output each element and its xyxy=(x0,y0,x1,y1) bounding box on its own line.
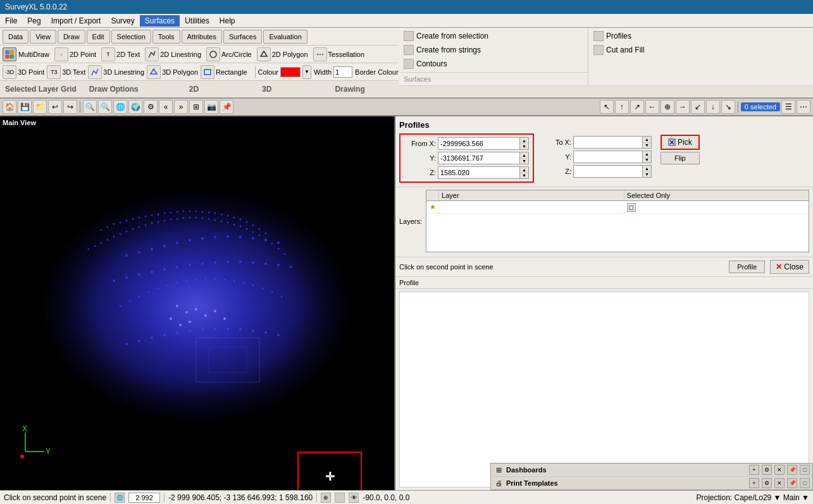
toolbar-draw[interactable]: Draw xyxy=(58,30,85,44)
nav-icon-2[interactable]: ↑ xyxy=(615,100,629,114)
globe-icon[interactable]: 🌐 xyxy=(113,100,127,114)
create-from-selection-item[interactable]: Create from selection xyxy=(399,29,588,43)
from-x-spin-up[interactable]: ▲ xyxy=(520,138,528,144)
eye-icon[interactable]: 👁 xyxy=(349,493,359,503)
profiles-item[interactable]: Profiles xyxy=(588,29,677,43)
nav-icon-3[interactable]: ↗ xyxy=(630,100,644,114)
to-y-input[interactable] xyxy=(573,151,643,163)
from-x-spin-down[interactable]: ▼ xyxy=(520,144,528,150)
toolbar-selection[interactable]: Selection xyxy=(111,30,151,44)
toolbar-evaluation[interactable]: Evaluation xyxy=(263,30,307,44)
from-y-spin-up[interactable]: ▲ xyxy=(520,152,528,159)
tool-3d-point-btn[interactable]: ·3D xyxy=(3,65,16,79)
next-icon[interactable]: » xyxy=(174,100,188,114)
open-icon[interactable]: 📁 xyxy=(33,100,47,114)
home-icon[interactable]: 🏠 xyxy=(3,100,16,114)
nav-icon-7[interactable]: ↙ xyxy=(691,100,705,114)
target-icon[interactable]: ⊕ xyxy=(321,493,331,503)
tool-3d-text-btn[interactable]: T3 xyxy=(47,65,61,79)
grid-icon[interactable]: ⊞ xyxy=(189,100,203,114)
colour-dropdown-btn[interactable]: ▼ xyxy=(302,65,311,79)
tool-2d-linestring-btn[interactable] xyxy=(145,47,159,61)
dashboards-gear-btn[interactable]: ⚙ xyxy=(762,465,772,475)
menu-peg[interactable]: Peg xyxy=(22,15,46,27)
dashboards-add-btn[interactable]: + xyxy=(749,465,759,475)
flip-button[interactable]: Flip xyxy=(661,152,700,164)
save-icon[interactable]: 💾 xyxy=(18,100,32,114)
dashboards-expand-btn[interactable]: □ xyxy=(800,465,810,475)
from-z-spin-down[interactable]: ▼ xyxy=(520,173,528,179)
tool-2d-polygon-btn[interactable] xyxy=(257,47,271,61)
to-z-spin-up[interactable]: ▲ xyxy=(643,166,651,172)
viewport[interactable]: Main View xyxy=(0,116,395,490)
tool-tessellation-btn[interactable]: ⋯ xyxy=(313,47,327,61)
menu-surfaces[interactable]: Surfaces xyxy=(140,15,180,27)
to-x-spin-down[interactable]: ▼ xyxy=(643,143,651,149)
dashboards-close-btn[interactable]: ✕ xyxy=(774,465,785,475)
tool-2d-text-btn[interactable]: T xyxy=(101,47,115,61)
settings-icon[interactable]: ⚙ xyxy=(144,100,158,114)
nav-icon-8[interactable]: ↓ xyxy=(706,100,720,114)
toolbar-view[interactable]: View xyxy=(30,30,56,44)
colour-swatch[interactable] xyxy=(280,67,301,77)
toolbar-surfaces[interactable]: Surfaces xyxy=(223,30,262,44)
menu-utilities[interactable]: Utilities xyxy=(180,15,214,27)
menu-import-export[interactable]: Import / Export xyxy=(46,15,106,27)
redo-icon[interactable]: ↪ xyxy=(63,100,77,114)
nav-icon-6[interactable]: → xyxy=(676,100,690,114)
tool-2d-point-btn[interactable]: · xyxy=(54,47,68,61)
toolbar-edit[interactable]: Edit xyxy=(87,30,110,44)
toolbar-data[interactable]: Data xyxy=(3,30,28,44)
menu-file[interactable]: File xyxy=(0,15,22,27)
close-button[interactable]: ✕ Close xyxy=(770,260,809,274)
nav-icon-1[interactable]: ↖ xyxy=(600,100,614,114)
selected-only-checkbox[interactable]: □ xyxy=(627,203,636,212)
print-pin-btn[interactable]: 📌 xyxy=(787,478,797,488)
dashboards-pin-btn[interactable]: 📌 xyxy=(787,465,797,475)
lock-icon[interactable] xyxy=(335,493,345,503)
to-x-input[interactable] xyxy=(573,136,643,149)
nav-icon-5[interactable]: ⊕ xyxy=(661,100,674,114)
create-from-strings-item[interactable]: Create from strings xyxy=(399,43,588,57)
width-input[interactable] xyxy=(333,66,352,78)
from-x-input[interactable] xyxy=(438,137,520,150)
zoom-in-icon[interactable]: 🔍 xyxy=(83,100,97,114)
menu-survey[interactable]: Survey xyxy=(106,15,139,27)
cut-and-fill-item[interactable]: Cut and Fill xyxy=(588,43,677,57)
toolbar-attributes[interactable]: Attributes xyxy=(182,30,222,44)
tool-3d-polygon-btn[interactable] xyxy=(147,65,161,79)
zoom-out-icon[interactable]: 🔍 xyxy=(98,100,112,114)
contours-item[interactable]: Contours xyxy=(399,57,588,71)
camera-icon[interactable]: 📷 xyxy=(204,100,218,114)
print-add-btn[interactable]: + xyxy=(749,478,759,488)
tool-arc-circle-btn[interactable] xyxy=(206,47,220,61)
print-expand-btn[interactable]: □ xyxy=(800,478,810,488)
print-gear-btn[interactable]: ⚙ xyxy=(762,478,772,488)
nav-icon-9[interactable]: ↘ xyxy=(721,100,735,114)
to-x-spin-up[interactable]: ▲ xyxy=(643,137,651,143)
to-z-spin-down[interactable]: ▼ xyxy=(643,172,651,178)
globe-status-icon[interactable]: 🌐 xyxy=(115,493,125,503)
profile-button[interactable]: Profile xyxy=(729,261,765,273)
from-z-input[interactable] xyxy=(438,166,520,179)
to-z-input[interactable] xyxy=(573,165,643,178)
nav-icon-4[interactable]: ← xyxy=(645,100,659,114)
tool-3d-linestring-btn[interactable] xyxy=(88,65,102,79)
menu-help[interactable]: Help xyxy=(214,15,240,27)
from-y-input[interactable] xyxy=(438,152,520,164)
tool-rectangle-btn[interactable] xyxy=(201,65,214,79)
pick-button[interactable]: Pick xyxy=(661,135,700,150)
from-y-spin-down[interactable]: ▼ xyxy=(520,159,528,164)
map-icon[interactable]: 🌍 xyxy=(128,100,142,114)
toolbar-tools[interactable]: Tools xyxy=(152,30,180,44)
prev-icon[interactable]: « xyxy=(159,100,173,114)
undo-icon[interactable]: ↩ xyxy=(48,100,62,114)
pin-icon[interactable]: 📌 xyxy=(220,100,233,114)
more-icon[interactable]: ⋯ xyxy=(797,100,810,114)
multidraw-btn[interactable] xyxy=(3,47,16,61)
print-close-btn[interactable]: ✕ xyxy=(774,478,785,488)
to-y-spin-up[interactable]: ▲ xyxy=(643,151,651,157)
from-z-spin-up[interactable]: ▲ xyxy=(520,167,528,173)
to-y-spin-down[interactable]: ▼ xyxy=(643,157,651,163)
list-icon[interactable]: ☰ xyxy=(781,100,795,114)
